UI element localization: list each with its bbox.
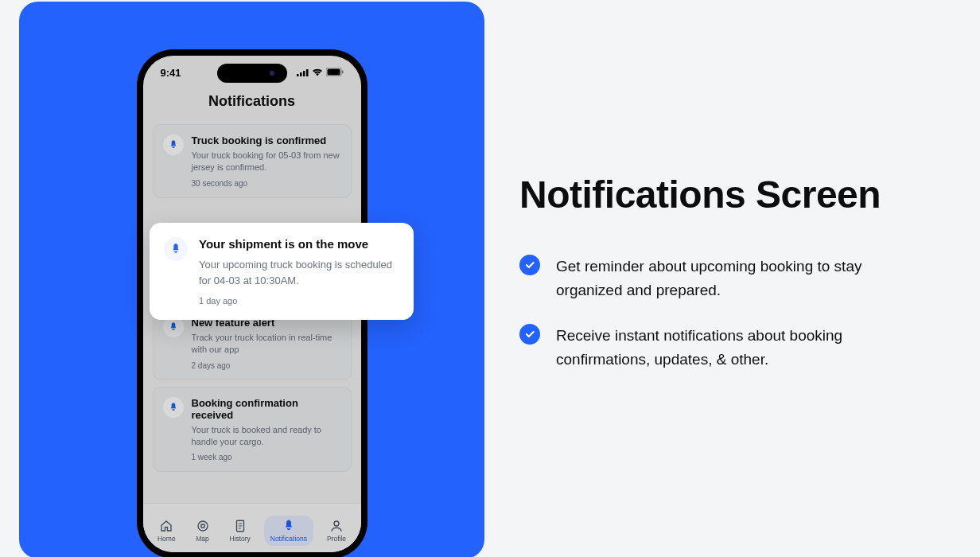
- page-title: Notifications: [143, 93, 361, 110]
- nav-label: History: [229, 535, 250, 543]
- svg-rect-2: [303, 71, 305, 76]
- headline: Notifications Screen: [519, 170, 932, 220]
- svg-rect-5: [327, 69, 340, 76]
- nav-label: Notifications: [270, 535, 307, 543]
- notification-title: Truck booking is confirmed: [192, 134, 341, 146]
- battery-icon: [326, 67, 344, 79]
- svg-rect-6: [342, 71, 344, 74]
- phone-notch: [217, 64, 287, 83]
- svg-rect-3: [306, 69, 309, 76]
- notification-time: 2 days ago: [192, 361, 341, 370]
- svg-point-7: [198, 521, 208, 531]
- wifi-icon: [312, 67, 323, 79]
- bell-icon: [164, 237, 188, 261]
- notification-title: Booking confirmation received: [192, 397, 341, 421]
- nav-notifications[interactable]: Notifications: [264, 516, 313, 546]
- bullet-text: Get reminder about upcoming booking to s…: [556, 255, 906, 302]
- notification-body: Track your truck location in real-time w…: [192, 332, 341, 356]
- feature-panel: 9:41 Notifications: [19, 2, 484, 557]
- notification-time: 30 seconds ago: [192, 179, 341, 188]
- notification-item[interactable]: Truck booking is confirmed Your truck bo…: [153, 124, 352, 198]
- bell-icon: [163, 134, 184, 155]
- nav-label: Profile: [327, 535, 346, 543]
- home-icon: [159, 519, 173, 533]
- notification-item[interactable]: Booking confirmation received Your truck…: [153, 387, 352, 473]
- nav-map[interactable]: Map: [189, 516, 216, 546]
- signal-icon: [297, 67, 309, 79]
- bottom-navigation: Home Map History Notifications Profile: [143, 503, 361, 552]
- nav-label: Map: [196, 535, 209, 543]
- svg-rect-1: [300, 72, 302, 76]
- svg-point-8: [200, 524, 204, 528]
- document-icon: [233, 519, 247, 533]
- notification-time: 1 day ago: [199, 296, 399, 306]
- status-time: 9:41: [161, 67, 181, 79]
- nav-label: Home: [158, 535, 176, 543]
- nav-profile[interactable]: Profile: [321, 516, 352, 546]
- status-indicators: [297, 67, 344, 79]
- nav-history[interactable]: History: [223, 516, 256, 546]
- marketing-copy: Notifications Screen Get reminder about …: [484, 0, 980, 371]
- svg-rect-0: [297, 74, 299, 76]
- feature-bullet: Get reminder about upcoming booking to s…: [519, 255, 932, 302]
- map-pin-icon: [196, 519, 210, 533]
- notification-body: Your truck booking for 05-03 from new je…: [192, 150, 341, 174]
- bullet-text: Receive instant notifications about book…: [556, 324, 906, 371]
- notification-title: Your shipment is on the move: [199, 237, 399, 251]
- bell-icon: [163, 397, 184, 418]
- notification-body: Your truck is booked and ready to handle…: [192, 424, 341, 449]
- feature-bullet: Receive instant notifications about book…: [519, 324, 932, 371]
- user-icon: [329, 519, 344, 533]
- check-circle-icon: [519, 324, 540, 345]
- notification-time: 1 week ago: [192, 453, 341, 462]
- check-circle-icon: [519, 255, 540, 275]
- feature-bullets: Get reminder about upcoming booking to s…: [519, 255, 932, 371]
- nav-home[interactable]: Home: [151, 516, 182, 546]
- svg-point-13: [334, 521, 339, 526]
- bell-icon: [282, 519, 296, 533]
- featured-notification-card[interactable]: Your shipment is on the move Your upcomi…: [150, 223, 414, 320]
- notification-body: Your upcoming truck booking is scheduled…: [199, 257, 399, 288]
